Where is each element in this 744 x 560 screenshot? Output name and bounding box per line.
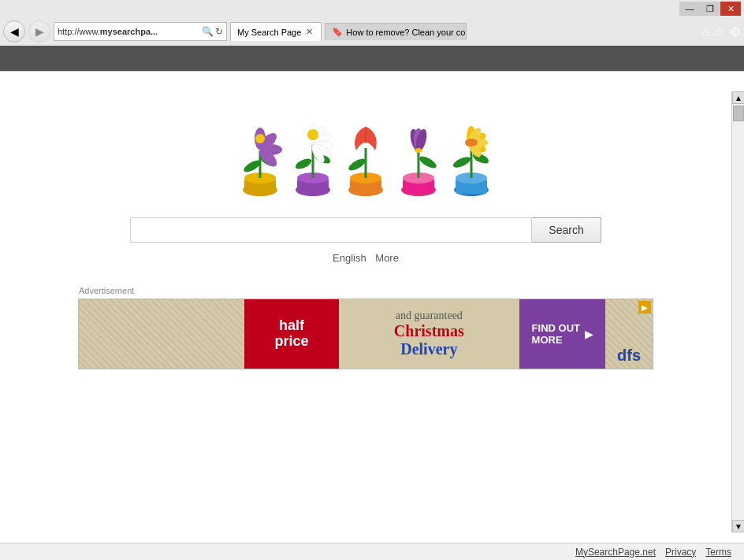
- flowers-illustration: [235, 115, 497, 202]
- close-button[interactable]: ✕: [720, 2, 741, 16]
- scroll-up-arrow[interactable]: ▲: [732, 91, 744, 104]
- address-text: http://www.mysearchpa...: [58, 27, 199, 36]
- toolbar-row: [0, 46, 744, 71]
- search-address-icon[interactable]: 🔍: [202, 26, 214, 37]
- forward-button[interactable]: ▶: [28, 20, 50, 43]
- search-input[interactable]: [130, 217, 532, 243]
- ad-findout-button[interactable]: FIND OUT MORE ▶: [519, 299, 605, 369]
- ad-half-price: half price: [244, 299, 339, 369]
- svg-point-37: [415, 148, 422, 153]
- tab-how-to-remove[interactable]: 🔖 How to remove? Clean your co...: [325, 23, 467, 40]
- flower-5: [446, 115, 497, 202]
- top-white: Search English More Advertisement half p…: [0, 91, 731, 560]
- ad-texture-left: [79, 299, 244, 369]
- ad-banner: half price and guaranteed Christmas Deli…: [78, 299, 653, 369]
- nav-bar: ◀ ▶ http://www.mysearchpa... 🔍 ↻ My Sear…: [0, 17, 744, 46]
- svg-point-51: [467, 139, 475, 146]
- tab-label-2: How to remove? Clean your co...: [346, 28, 467, 37]
- more-link[interactable]: More: [375, 252, 399, 264]
- window-chrome: — ❐ ✕ ◀ ▶ http://www.mysearchpa... 🔍 ↻ M…: [0, 0, 744, 72]
- minimize-button[interactable]: —: [679, 2, 700, 16]
- svg-point-33: [418, 154, 438, 171]
- footer-site[interactable]: MySearchPage.net: [575, 547, 656, 558]
- address-bar[interactable]: http://www.mysearchpa... 🔍 ↻: [54, 22, 227, 41]
- ad-delivery: Delivery: [400, 340, 457, 358]
- scroll-bar: ▲ ▼: [731, 91, 744, 532]
- status-bar: MySearchPage.net Privacy Terms: [0, 543, 744, 560]
- flower-3: [340, 115, 392, 202]
- language-label: English: [333, 252, 366, 264]
- flower-4: [393, 115, 445, 202]
- flower-2: [288, 115, 339, 202]
- ad-close-button[interactable]: ▶: [638, 301, 651, 313]
- footer-privacy[interactable]: Privacy: [665, 547, 696, 558]
- forward-icon: ▶: [35, 25, 44, 38]
- ad-guaranteed: and guaranteed: [396, 310, 463, 322]
- tab-my-search-page[interactable]: My Search Page ✕: [230, 22, 322, 41]
- page-body: Search English More Advertisement half p…: [0, 91, 731, 560]
- settings-icon[interactable]: ⚙: [730, 24, 741, 39]
- title-bar: — ❐ ✕: [0, 0, 744, 17]
- ad-christmas: Christmas: [394, 322, 464, 340]
- refresh-button[interactable]: ↻: [215, 26, 223, 37]
- home-icon[interactable]: ⌂: [701, 24, 709, 39]
- svg-point-15: [293, 157, 312, 171]
- tab-favicon: 🔖: [332, 27, 343, 37]
- ad-dfs-logo: dfs: [617, 347, 641, 365]
- tab-close-button[interactable]: ✕: [304, 27, 314, 37]
- svg-point-10: [255, 134, 265, 143]
- address-icons: 🔍 ↻: [202, 26, 223, 37]
- search-box-container: Search: [130, 217, 601, 243]
- advertisement-section: Advertisement half price and guaranteed …: [0, 280, 731, 369]
- ad-half-price-text: half price: [274, 318, 308, 350]
- ad-findout-text: FIND OUT MORE: [532, 322, 580, 346]
- tab-label: My Search Page: [237, 28, 301, 37]
- back-button[interactable]: ◀: [3, 20, 25, 43]
- svg-point-42: [452, 154, 472, 169]
- back-icon: ◀: [10, 25, 19, 38]
- scroll-down-arrow[interactable]: ▼: [732, 520, 744, 532]
- search-button[interactable]: Search: [532, 217, 601, 243]
- toolbar-icons: ⌂ ☆ ⚙: [701, 24, 741, 39]
- ad-label: Advertisement: [0, 286, 731, 295]
- footer-terms[interactable]: Terms: [705, 547, 731, 558]
- language-row: English More: [333, 252, 399, 264]
- svg-point-23: [307, 129, 318, 140]
- browser-content: Search English More Advertisement half p…: [0, 91, 731, 560]
- scroll-thumb[interactable]: [733, 106, 744, 121]
- ad-middle: and guaranteed Christmas Delivery: [339, 306, 519, 362]
- ad-x-icon: ▶: [642, 303, 648, 312]
- favorites-icon[interactable]: ☆: [714, 24, 725, 39]
- ad-findout-arrow: ▶: [585, 328, 593, 340]
- flower-1: [235, 115, 286, 202]
- restore-button[interactable]: ❐: [700, 2, 720, 16]
- svg-point-28: [347, 157, 367, 173]
